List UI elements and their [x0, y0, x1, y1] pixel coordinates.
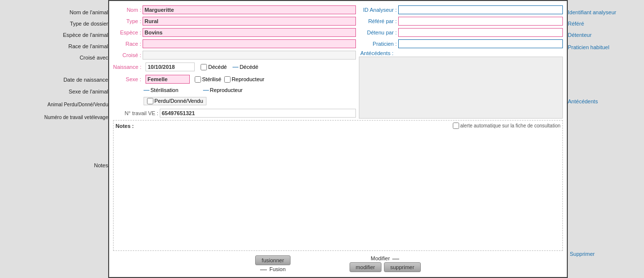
sterilisation-reproducteur-labels: Stérilisation Reproducteur — [113, 86, 356, 94]
animal-perdu-label: Animal Perdu/Donné/Vendu — [48, 102, 108, 107]
naissance-row: Naissance : Décédé Décédé — [113, 62, 356, 72]
sterilisation-text: Stérilisation — [150, 87, 178, 93]
praticien-input[interactable] — [398, 39, 563, 48]
refere-right-label: Référé — [568, 21, 584, 27]
race-row: Race : — [113, 39, 356, 49]
type-field-label: Type : — [113, 18, 143, 24]
modifier-label: Modifier — [371, 255, 399, 261]
praticien-habituel-right-label: Praticien habituel — [568, 44, 609, 50]
sexe-row: Sexe : Stérilisé Reproducteur — [113, 74, 356, 85]
num-travail-input[interactable] — [160, 109, 356, 118]
detenu-par-field-label: Détenu par : — [359, 30, 398, 35]
antecedents-field-label: Antécédents : — [359, 50, 563, 56]
notes-field-label: Notes : — [116, 123, 134, 129]
sterilise-checkbox[interactable] — [195, 76, 201, 83]
identifiant-analyseur-right-label: Identifiant analyseur — [568, 9, 616, 15]
type-input[interactable] — [143, 17, 356, 26]
espece-field-label: Espèce : — [113, 30, 143, 35]
supprimer-right-label: Supprimer — [570, 251, 595, 257]
perdu-row: Perdu/Donné/Vendu — [113, 95, 356, 106]
antecedents-right-label: Antécédents — [568, 98, 598, 104]
type-row: Type : — [113, 16, 356, 26]
notes-textarea[interactable] — [116, 130, 560, 248]
sexe-input[interactable] — [146, 75, 190, 84]
race-animal-label: Race de l'animal — [68, 43, 108, 49]
detenteur-right-label: Détenteur — [568, 32, 591, 38]
nom-row: Nom : — [113, 5, 356, 15]
refere-par-input[interactable] — [398, 17, 563, 26]
modifier-button[interactable]: modifier — [350, 262, 381, 272]
antecedents-textarea[interactable] — [359, 57, 563, 119]
fusionner-button[interactable]: fusionner — [255, 255, 290, 265]
date-naissance-label: Date de naissance — [63, 77, 108, 83]
praticien-row: Praticien : — [359, 39, 563, 49]
nom-input[interactable] — [143, 5, 356, 14]
croise-avec-label: Croisé avec — [80, 55, 108, 61]
sexe-field-label: Sexe : — [113, 76, 143, 82]
detenu-par-input[interactable] — [398, 28, 563, 37]
detenu-par-row: Détenu par : — [359, 28, 563, 37]
reproducteur-label: Reproducteur — [232, 76, 264, 82]
reproducteur-text: Reproducteur — [210, 87, 243, 93]
notes-box: Notes : alerte automatique sur la fiche … — [113, 120, 563, 251]
id-analyseur-field-label: ID Analyseur : — [359, 7, 398, 13]
sterilise-label: Stérilisé — [202, 76, 221, 82]
naissance-field-label: Naissance : — [113, 64, 143, 70]
croise-row: Croisé : — [113, 50, 356, 60]
right-fields: ID Analyseur : Référé par : Détenu par : — [359, 5, 563, 119]
main-panel: Nom : Type : Espèce : Race : — [108, 0, 568, 278]
refere-par-row: Référé par : — [359, 16, 563, 26]
race-input[interactable] — [143, 39, 356, 48]
num-travail-row: N° travail VE : — [113, 108, 356, 119]
perdu-donne-vendu-checkbox[interactable] — [147, 98, 153, 104]
sexe-animal-label: Sexe de l'animal — [69, 89, 108, 94]
decede-checkbox[interactable] — [201, 64, 207, 70]
praticien-field-label: Praticien : — [359, 41, 398, 47]
antecedents-group: Antécédents : — [359, 50, 563, 119]
croise-field-label: Croisé : — [113, 52, 143, 58]
type-dossier-label: Type de dossier — [70, 21, 108, 27]
refere-par-field-label: Référé par : — [359, 18, 398, 24]
notes-label: Notes — [94, 162, 108, 168]
notes-header: Notes : alerte automatique sur la fiche … — [116, 123, 560, 129]
left-fields: Nom : Type : Espèce : Race : — [113, 5, 356, 119]
bottom-bar: fusionner Fusion Modifier modifier suppr… — [113, 252, 563, 273]
left-labels-column: Nom de l'animal Type de dossier Espèce d… — [0, 0, 108, 278]
nom-animal-label: Nom de l'animal — [69, 9, 108, 15]
decede-checkbox-label: Décédé — [208, 64, 227, 70]
reproducteur-checkbox[interactable] — [224, 76, 231, 83]
notes-alert-area: alerte automatique sur la fiche de consu… — [453, 123, 560, 129]
race-field-label: Race : — [113, 41, 143, 47]
espece-row: Espèce : — [113, 28, 356, 37]
naissance-input[interactable] — [146, 62, 195, 71]
id-analyseur-input[interactable] — [398, 5, 563, 14]
espece-input[interactable] — [143, 28, 356, 37]
decede-text: Décédé — [239, 64, 258, 70]
notes-alert-text: alerte automatique sur la fiche de consu… — [460, 123, 560, 128]
notes-alert-checkbox[interactable] — [453, 123, 459, 129]
perdu-donne-vendu-label: Perdu/Donné/Vendu — [154, 98, 203, 104]
espece-animal-label: Espèce de l'animal — [63, 32, 108, 38]
croise-input[interactable] — [143, 51, 356, 60]
right-labels-column: Identifiant analyseur Référé Détenteur P… — [568, 0, 644, 278]
action-buttons-row: modifier supprimer — [350, 262, 421, 272]
num-travail-field-label: N° travail VE : — [113, 110, 160, 116]
id-analyseur-row: ID Analyseur : — [359, 5, 563, 15]
fusion-group: fusionner Fusion — [255, 255, 290, 272]
fusion-label: Fusion — [260, 266, 286, 272]
supprimer-button[interactable]: supprimer — [384, 262, 421, 272]
num-travail-label: Numéro de travail vetélevage — [44, 115, 108, 120]
modifier-group: Modifier modifier supprimer — [350, 255, 421, 272]
nom-field-label: Nom : — [113, 7, 143, 13]
top-form-area: Nom : Type : Espèce : Race : — [113, 5, 563, 119]
